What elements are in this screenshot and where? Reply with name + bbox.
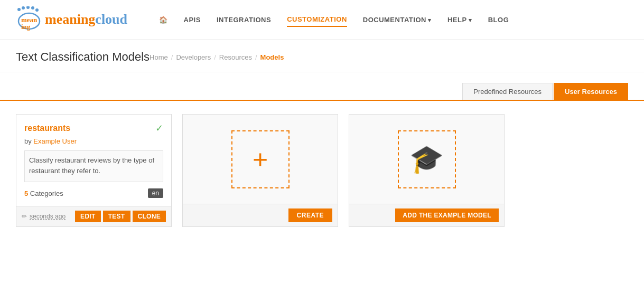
- nav-apis[interactable]: APIS: [184, 13, 201, 26]
- timestamp[interactable]: seconds ago: [30, 213, 66, 220]
- model-card-restaurants: restaurants ✓ by Example User Classify r…: [16, 114, 172, 227]
- create-button[interactable]: CREATE: [288, 208, 332, 222]
- svg-point-6: [31, 6, 34, 10]
- create-card: + CREATE: [182, 114, 338, 227]
- create-card-footer: CREATE: [183, 204, 338, 226]
- clone-button[interactable]: CLONE: [133, 211, 166, 222]
- footer-left: ✏ seconds ago: [22, 213, 66, 220]
- check-icon: ✓: [155, 122, 163, 134]
- example-card-footer: ADD THE EXAMPLE MODEL: [349, 204, 504, 226]
- test-button[interactable]: TEST: [103, 211, 130, 222]
- add-example-model-button[interactable]: ADD THE EXAMPLE MODEL: [395, 208, 499, 222]
- page-title: Text Classification Models: [16, 50, 150, 64]
- graduation-icon: 🎓: [409, 143, 444, 175]
- logo-area: mean ing meaningcloud: [16, 6, 127, 33]
- model-description: Classify restaurant reviews by the type …: [24, 150, 163, 182]
- nav-documentation[interactable]: DOCUMENTATION: [363, 13, 432, 26]
- logo-text: meaningcloud: [45, 12, 127, 27]
- model-author[interactable]: Example User: [33, 137, 77, 145]
- nav-integrations[interactable]: INTEGRATIONS: [217, 13, 271, 26]
- svg-point-4: [22, 6, 25, 10]
- logo-icon: mean ing: [16, 6, 42, 33]
- svg-text:ing: ing: [21, 23, 31, 31]
- nav-customization[interactable]: CUSTOMIZATION: [287, 13, 347, 27]
- svg-point-7: [35, 8, 39, 12]
- tab-predefined-resources[interactable]: Predefined Resources: [462, 83, 553, 100]
- header: mean ing meaningcloud 🏠 APIS INTEGRATION…: [0, 0, 644, 40]
- breadcrumb-home[interactable]: Home: [150, 53, 168, 61]
- model-card-title: restaurants ✓: [24, 122, 163, 134]
- edit-button[interactable]: EDIT: [75, 211, 101, 222]
- tabs-bar: Predefined Resources User Resources: [0, 83, 644, 101]
- breadcrumb-sep2: /: [214, 53, 216, 61]
- plus-icon: +: [253, 146, 268, 173]
- example-card: 🎓 ADD THE EXAMPLE MODEL: [349, 114, 505, 227]
- lang-badge: en: [148, 188, 163, 198]
- breadcrumb-sep3: /: [255, 53, 257, 61]
- breadcrumb: Home / Developers / Resources / Models: [150, 53, 628, 61]
- model-card-body: restaurants ✓ by Example User Classify r…: [16, 115, 171, 206]
- svg-point-3: [17, 8, 21, 11]
- model-card-footer: ✏ seconds ago EDIT TEST CLONE: [16, 206, 171, 226]
- breadcrumb-current: Models: [260, 53, 284, 61]
- model-by: by Example User: [24, 137, 163, 145]
- categories-count: 5 Categories: [24, 189, 63, 197]
- example-card-body[interactable]: 🎓: [349, 115, 504, 204]
- create-dashed-box[interactable]: +: [231, 130, 290, 188]
- create-card-body[interactable]: +: [183, 115, 338, 204]
- nav-blog[interactable]: BLOG: [488, 13, 509, 26]
- breadcrumb-resources[interactable]: Resources: [219, 53, 252, 61]
- example-dashed-box[interactable]: 🎓: [398, 130, 456, 188]
- main-nav: 🏠 APIS INTEGRATIONS CUSTOMIZATION DOCUME…: [159, 13, 628, 27]
- model-name: restaurants: [24, 124, 70, 133]
- page-title-bar: Text Classification Models Home / Develo…: [0, 40, 644, 72]
- tab-user-resources[interactable]: User Resources: [554, 83, 628, 100]
- footer-buttons: EDIT TEST CLONE: [75, 211, 166, 222]
- nav-help[interactable]: HELP: [447, 13, 472, 26]
- breadcrumb-developers[interactable]: Developers: [176, 53, 211, 61]
- nav-home[interactable]: 🏠: [159, 13, 168, 26]
- pencil-icon: ✏: [22, 213, 27, 220]
- main-content: restaurants ✓ by Example User Classify r…: [0, 101, 644, 240]
- breadcrumb-sep1: /: [171, 53, 173, 61]
- model-meta: 5 Categories en: [24, 188, 163, 198]
- svg-point-5: [26, 6, 30, 9]
